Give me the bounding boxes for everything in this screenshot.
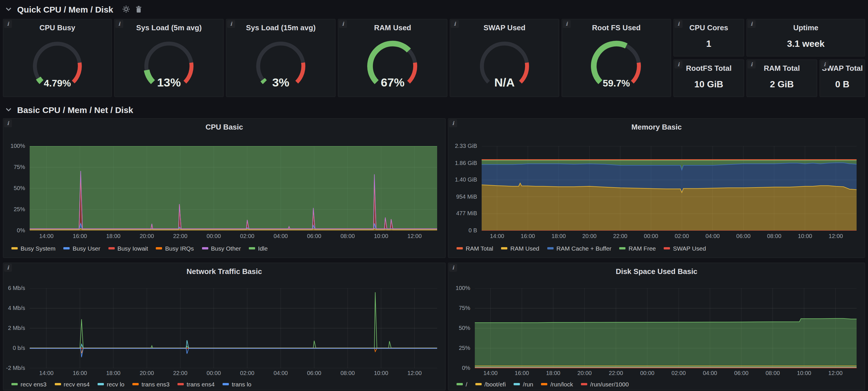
panel-disk-space-used-basic: i Disk Space Used Basic 0%25%50%75%100% …: [448, 263, 865, 390]
x-tick-label: 14:00: [35, 233, 58, 240]
info-letter: i: [7, 21, 9, 27]
x-tick-label: 06:00: [303, 370, 326, 377]
legend-item[interactable]: Busy Other: [202, 245, 241, 252]
panel-title[interactable]: CPU Busy: [3, 24, 111, 32]
panel-title[interactable]: Memory Basic: [448, 123, 865, 131]
legend-item[interactable]: RAM Used: [501, 245, 539, 252]
cpu-basic-plot: [30, 146, 437, 231]
y-tick-label: 954 MiB: [448, 193, 477, 200]
panel-info-icon[interactable]: i: [115, 20, 123, 28]
legend-item[interactable]: recv ens4: [55, 381, 90, 388]
legend-item[interactable]: RAM Free: [619, 245, 656, 252]
panel-info-icon[interactable]: i: [820, 61, 829, 68]
x-tick-label: 18:00: [102, 233, 125, 240]
legend-item[interactable]: Busy System: [11, 245, 56, 252]
legend-item[interactable]: /run: [514, 381, 533, 388]
legend-swatch: [11, 383, 18, 385]
legend-swatch: [664, 247, 670, 249]
legend-swatch: [108, 247, 115, 249]
panel-title[interactable]: RAM Used: [338, 24, 447, 32]
info-letter: i: [452, 265, 454, 271]
legend-item[interactable]: recv ens3: [11, 381, 46, 388]
panel-title[interactable]: Network Traffic Basic: [3, 268, 445, 276]
gear-icon[interactable]: [122, 5, 130, 13]
panel-info-icon[interactable]: i: [675, 20, 683, 28]
legend-item[interactable]: /: [457, 381, 467, 388]
panel-info-icon[interactable]: i: [449, 119, 457, 127]
legend-item[interactable]: Busy User: [64, 245, 100, 252]
panel-info-icon[interactable]: i: [4, 20, 12, 28]
x-tick-label: 16:00: [68, 370, 91, 377]
disk-space-used-basic-plot: [475, 288, 857, 368]
panel-ram-used: i RAM Used 67%: [338, 19, 447, 97]
panel-title[interactable]: CPU Basic: [3, 123, 445, 131]
x-tick-label: 14:00: [479, 370, 502, 377]
panel-network-traffic-basic: i Network Traffic Basic -2 Mb/s0 b/s2 Mb…: [3, 263, 446, 390]
legend-swatch: [55, 383, 61, 385]
panel-info-icon[interactable]: i: [748, 61, 755, 68]
x-tick-label: 04:00: [269, 233, 292, 240]
legend-item[interactable]: /boot/efi: [475, 381, 506, 388]
x-tick-label: 00:00: [640, 233, 662, 240]
panel-info-icon[interactable]: i: [675, 61, 683, 68]
legend-item[interactable]: trans lo: [223, 381, 251, 388]
x-tick-label: 10:00: [370, 370, 393, 377]
y-tick-label: 100%: [3, 143, 25, 150]
panel-info-icon[interactable]: i: [449, 264, 457, 272]
info-letter: i: [454, 21, 456, 27]
y-tick-label: 75%: [448, 305, 470, 312]
x-tick-label: 20:00: [135, 233, 158, 240]
legend-swatch: [11, 247, 18, 249]
legend-item[interactable]: RAM Total: [457, 245, 493, 252]
panel-info-icon[interactable]: i: [451, 20, 459, 28]
panel-info-icon[interactable]: i: [563, 20, 571, 28]
panel-title[interactable]: Sys Load (5m avg): [115, 24, 223, 32]
x-tick-label: 02:00: [671, 233, 693, 240]
panel-info-icon[interactable]: i: [4, 264, 12, 272]
info-letter: i: [751, 21, 753, 27]
panel-title[interactable]: SWAP Used: [450, 24, 559, 32]
panel-title[interactable]: Uptime: [747, 24, 865, 32]
legend-item[interactable]: trans ens3: [132, 381, 169, 388]
panel-title[interactable]: Disk Space Used Basic: [448, 268, 865, 276]
panel-title[interactable]: RootFS Total: [674, 64, 744, 72]
trash-icon[interactable]: [135, 5, 143, 13]
legend-item[interactable]: trans ens4: [178, 381, 215, 388]
legend-item[interactable]: /run/user/1000: [581, 381, 629, 388]
info-letter: i: [7, 120, 9, 126]
legend-swatch: [249, 247, 255, 249]
legend-item[interactable]: RAM Cache + Buffer: [547, 245, 612, 252]
panel-rootfs-total: i RootFS Total 10 GiB: [673, 59, 744, 97]
panel-title[interactable]: CPU Cores: [674, 24, 744, 32]
y-tick-label: 2.33 GiB: [448, 143, 477, 150]
legend-item[interactable]: Busy IRQs: [156, 245, 194, 252]
panel-swap-total: i SWAP Total 0 B: [819, 59, 865, 97]
x-tick-label: 18:00: [102, 370, 125, 377]
root-fs-used-gauge: 59.7%: [562, 33, 671, 92]
panel-title[interactable]: RAM Total: [747, 64, 817, 72]
x-tick-label: 14:00: [35, 370, 58, 377]
series-line: [475, 319, 857, 323]
legend-item[interactable]: Busy Iowait: [108, 245, 148, 252]
legend-swatch: [223, 383, 229, 385]
panel-title[interactable]: Root FS Used: [562, 24, 671, 32]
y-tick-label: 50%: [3, 185, 25, 192]
panel-info-icon[interactable]: i: [339, 20, 347, 28]
panel-info-icon[interactable]: i: [4, 119, 12, 127]
swap-used-gauge: N/A: [450, 33, 559, 92]
row-header-basic-cpu-mem-net-disk[interactable]: Basic CPU / Mem / Net / Disk: [5, 103, 133, 116]
panel-info-icon[interactable]: i: [227, 20, 235, 28]
panel-info-icon[interactable]: i: [748, 20, 755, 28]
legend-item[interactable]: Idle: [249, 245, 268, 252]
row-header-quick-cpu-mem-disk[interactable]: Quick CPU / Mem / Disk: [5, 2, 143, 16]
panel-title[interactable]: Sys Load (15m avg): [226, 24, 335, 32]
legend-item[interactable]: recv lo: [98, 381, 124, 388]
y-tick-label: 25%: [448, 345, 470, 352]
x-tick-label: 08:00: [763, 233, 785, 240]
legend-item[interactable]: /run/lock: [541, 381, 573, 388]
legend-label: /run: [523, 381, 533, 388]
x-tick-label: 20:00: [135, 370, 158, 377]
legend-item[interactable]: SWAP Used: [664, 245, 706, 252]
y-tick-label: 1.86 GiB: [448, 159, 477, 167]
y-tick-label: 2 Mb/s: [3, 325, 25, 332]
